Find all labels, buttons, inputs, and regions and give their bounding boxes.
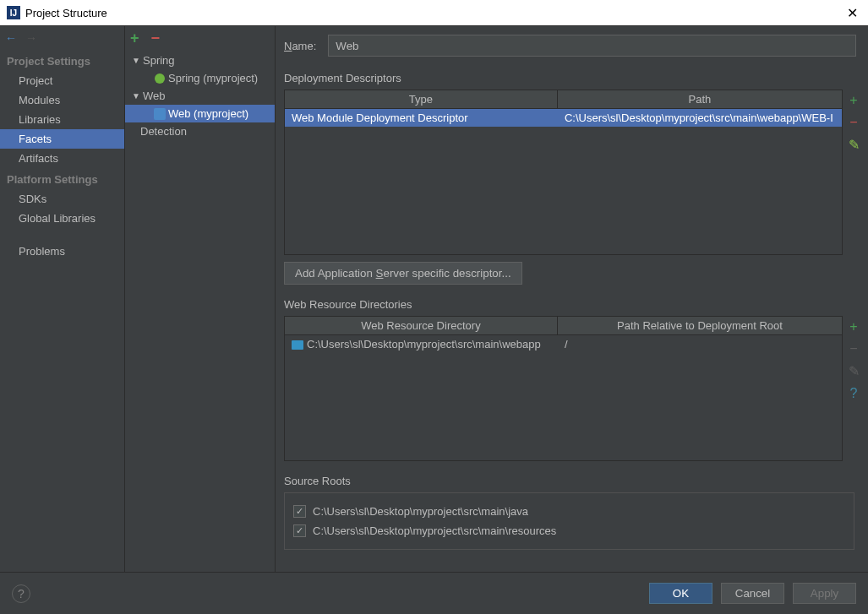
spring-icon bbox=[154, 73, 166, 84]
help-webres-icon[interactable]: ? bbox=[850, 386, 858, 401]
sidebar-item-facets[interactable]: Facets bbox=[0, 129, 124, 149]
cell-dir: C:\Users\sl\Desktop\myproject\src\main\w… bbox=[285, 335, 558, 353]
sidebar-item-modules[interactable]: Modules bbox=[0, 90, 124, 110]
tree-node-spring[interactable]: ▼ Spring bbox=[125, 52, 275, 69]
cell-rel: / bbox=[558, 335, 842, 353]
titlebar: IJ Project Structure ✕ bbox=[0, 0, 868, 25]
source-root-path: C:\Users\sl\Desktop\myproject\src\main\r… bbox=[313, 524, 556, 537]
source-roots-box: ✓ C:\Users\sl\Desktop\myproject\src\main… bbox=[284, 492, 854, 550]
facet-details-panel: Name: Deployment Descriptors Type Path W… bbox=[276, 26, 868, 572]
tree-label: Web (myproject) bbox=[168, 107, 248, 120]
facets-tree-panel: + − ▼ Spring Spring (myproject) ▼ Web bbox=[125, 26, 276, 572]
sidebar-item-libraries[interactable]: Libraries bbox=[0, 110, 124, 129]
tree-label: Detection bbox=[140, 125, 187, 138]
sidebar-heading-project-settings: Project Settings bbox=[0, 50, 124, 71]
sidebar-item-problems[interactable]: Problems bbox=[0, 242, 124, 261]
window-title: Project Structure bbox=[25, 7, 107, 19]
nav-forward-icon[interactable]: → bbox=[25, 31, 37, 45]
dialog-footer: ? OK Cancel Apply bbox=[0, 572, 868, 614]
add-descriptor-icon[interactable]: + bbox=[849, 93, 857, 108]
tree-node-detection[interactable]: Detection bbox=[125, 122, 275, 140]
col-path: Path bbox=[558, 90, 842, 108]
left-sidebar: ← → Project Settings Project Modules Lib… bbox=[0, 26, 125, 572]
edit-webres-icon[interactable]: ✎ bbox=[849, 363, 860, 379]
apply-button[interactable]: Apply bbox=[793, 583, 856, 604]
col-web-resource-dir: Web Resource Directory bbox=[285, 317, 558, 334]
source-roots-heading: Source Roots bbox=[284, 475, 865, 487]
app-icon: IJ bbox=[7, 6, 20, 19]
source-root-checkbox[interactable]: ✓ C:\Users\sl\Desktop\myproject\src\main… bbox=[293, 502, 845, 521]
col-path-relative: Path Relative to Deployment Root bbox=[558, 317, 842, 334]
tree-node-web[interactable]: ▼ Web bbox=[125, 87, 275, 105]
tree-label: Spring bbox=[143, 54, 175, 67]
cancel-button[interactable]: Cancel bbox=[721, 583, 784, 604]
help-icon[interactable]: ? bbox=[12, 584, 30, 603]
svg-point-0 bbox=[155, 73, 165, 84]
source-root-checkbox[interactable]: ✓ C:\Users\sl\Desktop\myproject\src\main… bbox=[293, 521, 845, 541]
tree-label: Web bbox=[143, 90, 166, 102]
remove-descriptor-icon[interactable]: − bbox=[849, 115, 857, 130]
expand-icon[interactable]: ▼ bbox=[132, 91, 140, 101]
add-facet-icon[interactable]: + bbox=[130, 30, 139, 47]
cell-path: C:\Users\sl\Desktop\myproject\src\main\w… bbox=[558, 109, 842, 127]
tree-label: Spring (myproject) bbox=[168, 72, 258, 84]
expand-icon[interactable]: ▼ bbox=[132, 56, 140, 65]
facet-name-input[interactable] bbox=[328, 35, 856, 57]
add-webres-icon[interactable]: + bbox=[849, 319, 857, 334]
remove-webres-icon[interactable]: − bbox=[849, 341, 857, 356]
tree-node-spring-child[interactable]: Spring (myproject) bbox=[125, 69, 275, 87]
source-root-path: C:\Users\sl\Desktop\myproject\src\main\j… bbox=[313, 505, 528, 518]
remove-facet-icon[interactable]: − bbox=[151, 30, 161, 47]
name-label: Name: bbox=[284, 40, 316, 52]
table-row[interactable]: Web Module Deployment Descriptor C:\User… bbox=[285, 109, 842, 127]
checkbox-icon[interactable]: ✓ bbox=[293, 524, 306, 537]
web-resource-directories-heading: Web Resource Directories bbox=[284, 298, 865, 311]
tree-node-web-child[interactable]: Web (myproject) bbox=[125, 105, 275, 122]
sidebar-item-project[interactable]: Project bbox=[0, 71, 124, 90]
sidebar-heading-platform-settings: Platform Settings bbox=[0, 168, 124, 189]
checkbox-icon[interactable]: ✓ bbox=[293, 505, 306, 518]
add-server-descriptor-button[interactable]: Add Application Server specific descript… bbox=[284, 262, 522, 285]
sidebar-item-global-libraries[interactable]: Global Libraries bbox=[0, 209, 124, 228]
deployment-descriptors-table[interactable]: Type Path Web Module Deployment Descript… bbox=[284, 90, 843, 255]
web-icon bbox=[154, 108, 166, 120]
sidebar-item-artifacts[interactable]: Artifacts bbox=[0, 149, 124, 168]
nav-back-icon[interactable]: ← bbox=[5, 31, 17, 45]
edit-descriptor-icon[interactable]: ✎ bbox=[849, 137, 860, 153]
deployment-descriptors-heading: Deployment Descriptors bbox=[284, 72, 865, 84]
table-row[interactable]: C:\Users\sl\Desktop\myproject\src\main\w… bbox=[285, 335, 842, 353]
ok-button[interactable]: OK bbox=[649, 583, 712, 604]
close-icon[interactable]: ✕ bbox=[843, 5, 861, 21]
folder-icon bbox=[292, 340, 303, 350]
web-resource-directories-table[interactable]: Web Resource Directory Path Relative to … bbox=[284, 316, 843, 461]
sidebar-item-sdks[interactable]: SDKs bbox=[0, 189, 124, 209]
cell-type: Web Module Deployment Descriptor bbox=[285, 109, 558, 127]
col-type: Type bbox=[285, 90, 558, 108]
